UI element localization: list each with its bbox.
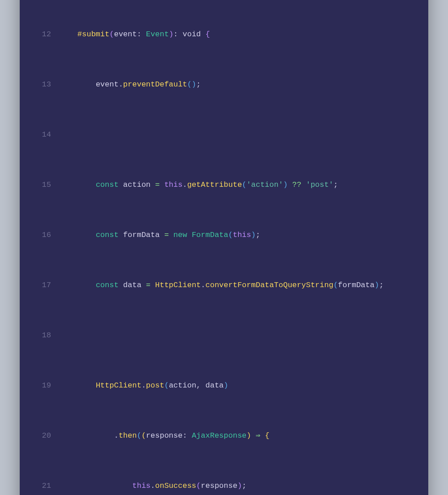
code-line: 13 event.preventDefault(); bbox=[31, 78, 417, 91]
line-number: 19 bbox=[31, 379, 59, 392]
line-number: 17 bbox=[31, 279, 59, 292]
code-content: const data = HttpClient.convertFormDataT… bbox=[59, 279, 417, 292]
code-editor[interactable]: 1 import HttpClient from '../../../commo… bbox=[31, 0, 417, 495]
line-number: 21 bbox=[31, 480, 59, 492]
code-line: 21 this.onSuccess(response); bbox=[31, 480, 417, 492]
line-number: 18 bbox=[31, 329, 59, 342]
code-line: 15 const action = this.getAttribute('act… bbox=[31, 179, 417, 191]
code-content: event.preventDefault(); bbox=[59, 78, 417, 91]
line-number: 12 bbox=[31, 28, 59, 41]
line-number: 20 bbox=[31, 430, 59, 442]
page-backdrop: 1 import HttpClient from '../../../commo… bbox=[0, 0, 448, 495]
code-content bbox=[59, 129, 417, 141]
code-content: this.onSuccess(response); bbox=[59, 480, 417, 492]
code-content bbox=[59, 329, 417, 342]
code-line: 12 #submit(event: Event): void { bbox=[31, 28, 417, 41]
line-number: 13 bbox=[31, 78, 59, 91]
code-line: 20 .then((response: AjaxResponse) ⇒ { bbox=[31, 430, 417, 442]
code-content: .then((response: AjaxResponse) ⇒ { bbox=[59, 430, 417, 442]
line-number: 16 bbox=[31, 229, 59, 241]
line-number: 15 bbox=[31, 179, 59, 191]
code-content: const action = this.getAttribute('action… bbox=[59, 179, 417, 191]
line-number: 14 bbox=[31, 129, 59, 141]
code-line: 16 const formData = new FormData(this); bbox=[31, 229, 417, 241]
code-line: 18 bbox=[31, 329, 417, 342]
code-content: HttpClient.post(action, data) bbox=[59, 379, 417, 392]
code-content: #submit(event: Event): void { bbox=[59, 28, 417, 41]
code-line: 17 const data = HttpClient.convertFormDa… bbox=[31, 279, 417, 292]
code-line: 14 bbox=[31, 129, 417, 141]
code-content: const formData = new FormData(this); bbox=[59, 229, 417, 241]
code-window: 1 import HttpClient from '../../../commo… bbox=[20, 0, 428, 495]
code-line: 19 HttpClient.post(action, data) bbox=[31, 379, 417, 392]
